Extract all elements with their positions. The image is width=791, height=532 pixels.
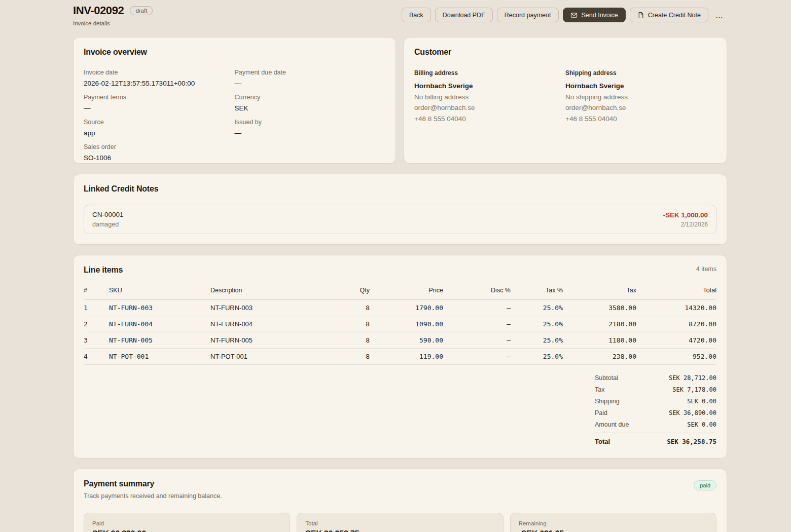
- credit-note-item[interactable]: CN-00001 damaged -SEK 1,000.00 2/12/2026: [84, 205, 716, 234]
- status-badge: draft: [130, 6, 153, 15]
- cell-total: 8720.00: [636, 316, 716, 332]
- field-value: app: [84, 129, 235, 137]
- stat-value: SEK 36,258.75: [305, 529, 494, 532]
- totals-grand-total: Total SEK 36,258.75: [595, 433, 716, 448]
- table-header-row: # SKU Description Qty Price Disc % Tax %…: [84, 287, 716, 300]
- stat-value: SEK 36,890.00: [92, 529, 281, 532]
- stat-remaining: Remaining -SEK 631.25 Fully paid: [510, 513, 716, 532]
- totals-label: Shipping: [595, 398, 620, 405]
- shipping-email: order@hornbach.se: [565, 104, 716, 111]
- credit-note-id: CN-00001: [92, 211, 124, 218]
- back-button[interactable]: Back: [402, 8, 431, 22]
- shipping-line: No shipping address: [565, 93, 716, 101]
- payment-summary-title: Payment summary: [84, 479, 222, 488]
- cell-total: 14320.00: [636, 300, 716, 316]
- payment-stats: Paid SEK 36,890.00 102% of total Total S…: [84, 513, 716, 532]
- cell-disc: –: [443, 332, 511, 349]
- cell-num: 3: [84, 332, 109, 349]
- totals-value: SEK 0.00: [687, 421, 716, 428]
- cell-total: 4720.00: [636, 332, 716, 349]
- customer-title: Customer: [414, 48, 716, 57]
- cell-price: 590.00: [370, 332, 443, 349]
- cell-sku: NT-POT-001: [109, 349, 210, 365]
- create-credit-note-label: Create Credit Note: [648, 12, 701, 19]
- payment-summary-subtitle: Track payments received and remaining ba…: [84, 492, 222, 500]
- cell-tax: 2180.00: [563, 316, 636, 332]
- paid-badge: paid: [694, 480, 716, 490]
- overview-title: Invoice overview: [84, 48, 385, 57]
- billing-address-label: Billing address: [414, 69, 565, 77]
- cell-tax-pct: 25.0%: [511, 300, 563, 316]
- overview-fields: Invoice date 2026-02-12T13:57:55.173011+…: [84, 69, 385, 162]
- cell-tax: 3580.00: [563, 300, 636, 316]
- totals-label: Paid: [595, 409, 607, 416]
- invoice-overview-card: Invoice overview Invoice date 2026-02-12…: [73, 37, 396, 164]
- download-pdf-button[interactable]: Download PDF: [435, 8, 493, 22]
- totals-amount-due: Amount due SEK 0.00: [595, 419, 716, 430]
- document-icon: [637, 12, 644, 19]
- stat-label: Remaining: [519, 520, 708, 526]
- field-label: Payment due date: [235, 69, 386, 76]
- create-credit-note-button[interactable]: Create Credit Note: [630, 8, 708, 22]
- cell-price: 1090.00: [370, 316, 443, 332]
- field-sales-order: Sales order SO-1006: [84, 143, 235, 162]
- field-source: Source app: [84, 119, 235, 137]
- send-invoice-button[interactable]: Send Invoice: [563, 8, 626, 22]
- totals-label: Amount due: [595, 421, 629, 428]
- credit-note-amount: -SEK 1,000.00: [663, 211, 708, 219]
- cell-num: 2: [84, 316, 109, 332]
- cell-qty: 8: [334, 332, 370, 349]
- field-currency: Currency SEK: [235, 94, 386, 112]
- credit-notes-title: Linked Credit Notes: [84, 184, 716, 194]
- field-label: Issued by: [235, 119, 386, 126]
- totals-value: SEK 28,712.00: [669, 374, 716, 382]
- cell-description: NT-FURN-003: [210, 300, 334, 316]
- line-items-card: Line items 4 items # SKU Description Qty…: [73, 255, 727, 459]
- table-row: 2 NT-FURN-004 NT-FURN-004 8 1090.00 – 25…: [84, 316, 716, 332]
- stat-value: -SEK 631.25: [519, 529, 708, 532]
- shipping-name: Hornbach Sverige: [565, 82, 716, 90]
- col-description: Description: [210, 287, 334, 300]
- col-num: #: [84, 287, 109, 300]
- cell-qty: 8: [334, 316, 370, 332]
- billing-phone: +46 8 555 04040: [414, 115, 565, 123]
- field-label: Currency: [235, 94, 386, 101]
- stat-paid: Paid SEK 36,890.00 102% of total: [84, 513, 290, 532]
- cell-tax-pct: 25.0%: [511, 316, 563, 332]
- cell-qty: 8: [334, 300, 370, 316]
- stat-label: Paid: [92, 520, 281, 526]
- line-items-title: Line items: [84, 265, 123, 275]
- grand-total-value: SEK 36,258.75: [667, 438, 716, 445]
- table-row: 3 NT-FURN-005 NT-FURN-005 8 590.00 – 25.…: [84, 332, 716, 349]
- cell-sku: NT-FURN-005: [109, 332, 210, 349]
- col-sku: SKU: [109, 287, 210, 300]
- totals-paid: Paid SEK 36,890.00: [595, 407, 716, 419]
- billing-name: Hornbach Sverige: [414, 82, 565, 90]
- more-button[interactable]: …: [712, 8, 727, 22]
- cell-description: NT-POT-001: [210, 349, 334, 365]
- shipping-phone: +46 8 555 04040: [565, 115, 716, 123]
- envelope-icon: [570, 12, 578, 19]
- cell-price: 119.00: [370, 349, 443, 365]
- cell-sku: NT-FURN-004: [109, 316, 210, 332]
- record-payment-button[interactable]: Record payment: [497, 8, 559, 22]
- page-subtitle: Invoice details: [73, 20, 153, 26]
- totals-value: SEK 36,890.00: [669, 409, 716, 416]
- field-label: Sales order: [84, 143, 235, 150]
- credit-note-info: CN-00001 damaged: [92, 211, 124, 228]
- col-tax-pct: Tax %: [511, 287, 563, 300]
- field-invoice-date: Invoice date 2026-02-12T13:57:55.173011+…: [84, 69, 235, 87]
- field-value: —: [235, 129, 386, 137]
- field-issued-by: Issued by —: [235, 119, 386, 137]
- field-value: SEK: [235, 104, 386, 112]
- credit-note-date: 2/12/2026: [663, 221, 708, 228]
- payment-summary-heading: Payment summary Track payments received …: [84, 479, 222, 500]
- col-price: Price: [370, 287, 443, 300]
- shipping-address: Shipping address Hornbach Sverige No shi…: [565, 69, 716, 123]
- totals-subtotal: Subtotal SEK 28,712.00: [595, 372, 716, 384]
- cell-tax: 238.00: [563, 349, 636, 365]
- invoice-details-page: INV-02092 draft Invoice details Back Dow…: [73, 0, 727, 532]
- payment-summary-card: Payment summary Track payments received …: [73, 469, 727, 532]
- stat-label: Total: [305, 520, 494, 526]
- cell-disc: –: [443, 316, 511, 332]
